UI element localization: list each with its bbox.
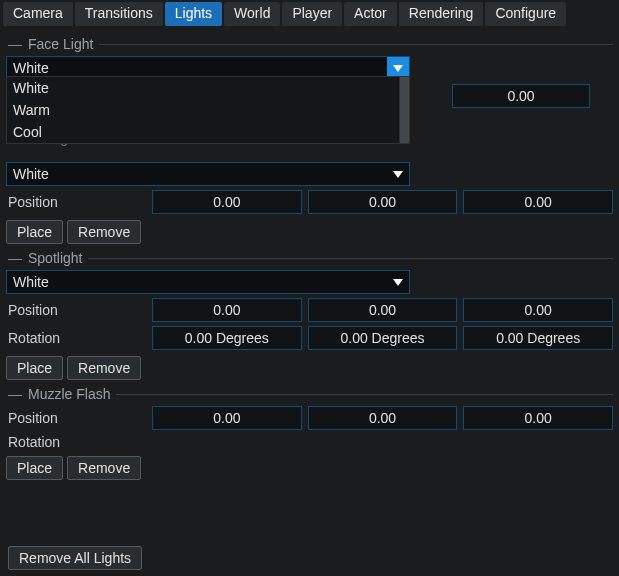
muzzle-title: Muzzle Flash bbox=[28, 386, 110, 402]
tab-world[interactable]: World bbox=[224, 2, 280, 26]
tab-actor[interactable]: Actor bbox=[344, 2, 397, 26]
option-warm[interactable]: Warm bbox=[7, 99, 409, 121]
spotlight-rot-y[interactable]: 0.00 Degrees bbox=[308, 326, 458, 350]
tab-camera[interactable]: Camera bbox=[3, 2, 73, 26]
muzzle-remove-button[interactable]: Remove bbox=[67, 456, 141, 480]
collapse-dash-icon: — bbox=[8, 386, 22, 402]
muzzle-place-button[interactable]: Place bbox=[6, 456, 63, 480]
muzzle-rotation-label: Rotation bbox=[6, 434, 146, 450]
spotlight-pos-y[interactable]: 0.00 bbox=[308, 298, 458, 322]
muzzle-pos-y[interactable]: 0.00 bbox=[308, 406, 458, 430]
tab-transitions[interactable]: Transitions bbox=[75, 2, 163, 26]
spotlight-rotation-label: Rotation bbox=[6, 330, 146, 346]
area-light-place-button[interactable]: Place bbox=[6, 220, 63, 244]
collapse-dash-icon: — bbox=[8, 36, 22, 52]
svg-marker-0 bbox=[393, 65, 403, 72]
tab-rendering[interactable]: Rendering bbox=[399, 2, 484, 26]
spotlight-rot-z[interactable]: 0.00 Degrees bbox=[463, 326, 613, 350]
spotlight-header: — Spotlight bbox=[6, 250, 613, 266]
area-light-pos-x[interactable]: 0.00 bbox=[152, 190, 302, 214]
muzzle-header: — Muzzle Flash bbox=[6, 386, 613, 402]
tab-player[interactable]: Player bbox=[282, 2, 342, 26]
chevron-down-icon bbox=[387, 163, 409, 185]
tab-configure[interactable]: Configure bbox=[485, 2, 566, 26]
option-cool[interactable]: Cool bbox=[7, 121, 409, 143]
svg-marker-2 bbox=[393, 279, 403, 286]
spotlight-title: Spotlight bbox=[28, 250, 82, 266]
divider bbox=[116, 394, 613, 395]
muzzle-pos-x[interactable]: 0.00 bbox=[152, 406, 302, 430]
divider bbox=[99, 44, 613, 45]
spotlight-pos-x[interactable]: 0.00 bbox=[152, 298, 302, 322]
spotlight-place-button[interactable]: Place bbox=[6, 356, 63, 380]
area-light-color-select[interactable]: White bbox=[6, 162, 410, 186]
divider bbox=[88, 258, 613, 259]
area-light-color-value: White bbox=[13, 166, 49, 182]
spotlight-color-value: White bbox=[13, 274, 49, 290]
remove-all-lights-button[interactable]: Remove All Lights bbox=[8, 546, 142, 570]
spotlight-remove-button[interactable]: Remove bbox=[67, 356, 141, 380]
face-light-header: — Face Light bbox=[6, 36, 613, 52]
spotlight-position-label: Position bbox=[6, 302, 146, 318]
svg-marker-1 bbox=[393, 171, 403, 178]
spotlight-pos-z[interactable]: 0.00 bbox=[463, 298, 613, 322]
face-light-color-options: White Warm Cool bbox=[6, 76, 410, 144]
muzzle-pos-z[interactable]: 0.00 bbox=[463, 406, 613, 430]
face-light-title: Face Light bbox=[28, 36, 93, 52]
option-white[interactable]: White bbox=[7, 77, 409, 99]
scrollbar[interactable] bbox=[399, 77, 409, 143]
area-light-remove-button[interactable]: Remove bbox=[67, 220, 141, 244]
area-light-position-label: Position bbox=[6, 194, 146, 210]
lights-panel: — Face Light White n Remove Area Light 0… bbox=[0, 26, 619, 480]
area-light-pos-y[interactable]: 0.00 bbox=[308, 190, 458, 214]
area-light-pos-z[interactable]: 0.00 bbox=[463, 190, 613, 214]
collapse-dash-icon: — bbox=[8, 250, 22, 266]
main-tabs: Camera Transitions Lights World Player A… bbox=[0, 0, 619, 26]
muzzle-position-label: Position bbox=[6, 410, 146, 426]
spotlight-color-select[interactable]: White bbox=[6, 270, 410, 294]
face-light-color-value: White bbox=[13, 60, 49, 76]
face-light-pos-z[interactable]: 0.00 bbox=[452, 84, 590, 108]
chevron-down-icon bbox=[387, 271, 409, 293]
spotlight-rot-x[interactable]: 0.00 Degrees bbox=[152, 326, 302, 350]
tab-lights[interactable]: Lights bbox=[165, 2, 222, 26]
